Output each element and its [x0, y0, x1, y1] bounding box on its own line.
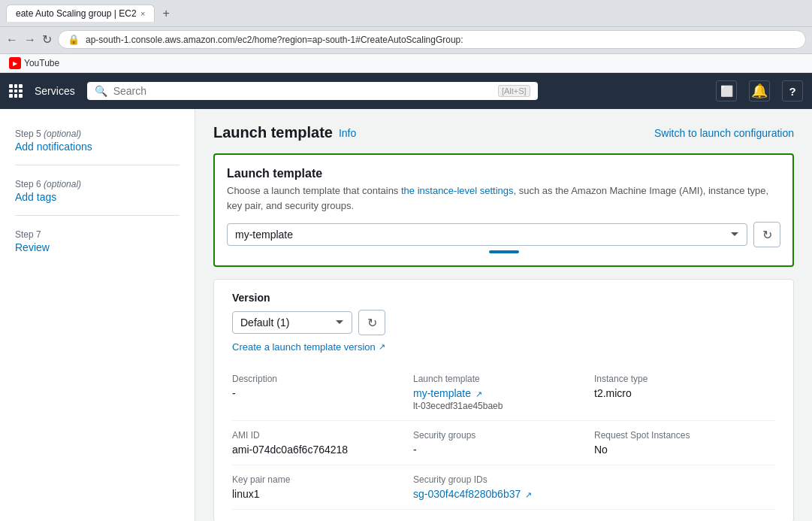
- detail-instance-type: Instance type t2.micro: [594, 365, 775, 421]
- tab-bar: eate Auto Scaling group | EC2 × +: [6, 5, 174, 22]
- lt-desc-link[interactable]: the instance-level settings: [401, 185, 514, 196]
- security-groups-label: Security groups: [413, 430, 594, 441]
- details-grid: Description - Launch template my-templat…: [232, 365, 775, 510]
- address-bar[interactable]: 🔒 ap-south-1.console.aws.amazon.com/ec2/…: [58, 30, 806, 49]
- external-link-icon: ↗: [379, 342, 385, 352]
- new-tab-button[interactable]: +: [158, 5, 174, 22]
- security-groups-value: -: [413, 444, 594, 456]
- step5-number: Step 5 (optional): [15, 129, 81, 139]
- lt-refresh-button[interactable]: ↻: [753, 222, 780, 247]
- description-label: Description: [232, 374, 413, 384]
- tab-close-button[interactable]: ×: [140, 9, 145, 18]
- help-icon[interactable]: ?: [782, 80, 803, 101]
- scroll-indicator: [227, 250, 780, 253]
- detail-ami-id: AMI ID ami-074dc0a6f6c764218: [232, 421, 413, 465]
- step6-link[interactable]: Add tags: [15, 191, 180, 203]
- version-row: Default (1) ↻: [232, 310, 775, 335]
- bookmark-youtube-label: YouTube: [24, 58, 59, 68]
- services-menu[interactable]: Services: [35, 85, 75, 97]
- key-pair-label: Key pair name: [232, 474, 413, 485]
- aws-search-bar[interactable]: 🔍 [Alt+S]: [87, 82, 538, 100]
- switch-to-launch-config-link[interactable]: Switch to launch configuration: [654, 127, 794, 139]
- version-dropdown[interactable]: Default (1): [232, 311, 352, 334]
- lt-label: Launch template: [413, 374, 594, 384]
- active-tab[interactable]: eate Auto Scaling group | EC2 ×: [6, 5, 155, 22]
- version-refresh-button[interactable]: ↻: [358, 310, 385, 335]
- ami-id-value: ami-074dc0a6f6c764218: [232, 444, 413, 456]
- youtube-icon: [9, 57, 21, 69]
- instance-type-value: t2.micro: [594, 387, 775, 399]
- ami-id-label: AMI ID: [232, 430, 413, 441]
- sidebar: Step 5 (optional) Add notifications Step…: [0, 109, 195, 521]
- step7-number: Step 7: [15, 229, 41, 240]
- instance-type-label: Instance type: [594, 374, 775, 384]
- lt-template-dropdown[interactable]: my-template: [227, 223, 747, 246]
- section-header: Launch template Info Switch to launch co…: [213, 124, 794, 141]
- detail-launch-template: Launch template my-template ↗ lt-03ecedf…: [413, 365, 594, 421]
- step5-link[interactable]: Add notifications: [15, 141, 180, 153]
- url-display: ap-south-1.console.aws.amazon.com/ec2/ho…: [86, 35, 796, 45]
- page-title: Launch template: [213, 124, 333, 141]
- detail-sg-ids: Security group IDs sg-030f4c4f8280b6b37 …: [413, 465, 594, 510]
- bell-icon[interactable]: 🔔: [749, 80, 770, 101]
- create-lt-version-text: Create a launch template version: [232, 341, 376, 353]
- lt-id-value: lt-03ecedf31ae45baeb: [413, 401, 594, 411]
- sg-ids-value[interactable]: sg-030f4c4f8280b6b37 ↗: [413, 488, 594, 500]
- lt-box-title: Launch template: [227, 167, 780, 180]
- search-shortcut: [Alt+S]: [498, 85, 530, 97]
- key-pair-value: linux1: [232, 488, 413, 500]
- lt-dropdown-row: my-template ↻: [227, 222, 780, 247]
- sidebar-divider-1: [15, 165, 180, 165]
- bookmarks-bar: YouTube: [0, 54, 812, 73]
- sidebar-divider-2: [15, 215, 180, 216]
- detail-description: Description -: [232, 365, 413, 421]
- version-section: Version Default (1) ↻ Create a launch te…: [213, 279, 794, 521]
- step5-optional: (optional): [44, 129, 81, 139]
- browser-chrome: eate Auto Scaling group | EC2 × +: [0, 0, 812, 27]
- launch-template-box: Launch template Choose a launch template…: [213, 153, 794, 267]
- sidebar-step7: Step 7 Review: [0, 222, 195, 259]
- lt-name-value[interactable]: my-template ↗: [413, 387, 594, 399]
- detail-request-spot: Request Spot Instances No: [594, 421, 775, 465]
- version-label: Version: [232, 292, 775, 304]
- sidebar-step6: Step 6 (optional) Add tags: [0, 171, 195, 209]
- bookmark-youtube[interactable]: YouTube: [9, 57, 59, 69]
- search-input[interactable]: [113, 85, 492, 97]
- tab-title: eate Auto Scaling group | EC2: [16, 8, 136, 19]
- search-icon: 🔍: [95, 85, 107, 97]
- apps-grid-icon[interactable]: [9, 84, 23, 98]
- refresh-button[interactable]: ↻: [42, 32, 52, 47]
- aws-nav-icons: ⬜ 🔔 ?: [716, 80, 803, 101]
- lt-name-external-icon: ↗: [475, 389, 482, 398]
- aws-topnav: Services 🔍 [Alt+S] ⬜ 🔔 ?: [0, 73, 812, 109]
- create-lt-version-link[interactable]: Create a launch template version ↗: [232, 341, 775, 353]
- sg-ids-text: sg-030f4c4f8280b6b37: [413, 488, 521, 500]
- request-spot-value: No: [594, 444, 775, 456]
- main-layout: Step 5 (optional) Add notifications Step…: [0, 109, 812, 521]
- forward-button[interactable]: →: [24, 33, 36, 47]
- sidebar-step5: Step 5 (optional) Add notifications: [0, 121, 195, 159]
- step6-number: Step 6 (optional): [15, 179, 81, 189]
- terminal-icon[interactable]: ⬜: [716, 80, 737, 101]
- sg-ids-label: Security group IDs: [413, 474, 594, 485]
- lt-box-description: Choose a launch template that contains t…: [227, 183, 780, 213]
- detail-key-pair: Key pair name linux1: [232, 465, 413, 510]
- sg-ids-external-icon: ↗: [525, 490, 532, 499]
- scroll-thumb: [489, 250, 519, 253]
- detail-security-groups: Security groups -: [413, 421, 594, 465]
- back-button[interactable]: ←: [6, 33, 18, 47]
- step6-optional: (optional): [44, 179, 81, 189]
- detail-empty: [594, 465, 775, 510]
- content-area: Launch template Info Switch to launch co…: [195, 109, 812, 521]
- step7-link[interactable]: Review: [15, 241, 180, 253]
- title-group: Launch template Info: [213, 124, 356, 141]
- request-spot-label: Request Spot Instances: [594, 430, 775, 441]
- description-value: -: [232, 387, 413, 399]
- lt-name-text: my-template: [413, 387, 471, 399]
- info-link[interactable]: Info: [339, 127, 356, 139]
